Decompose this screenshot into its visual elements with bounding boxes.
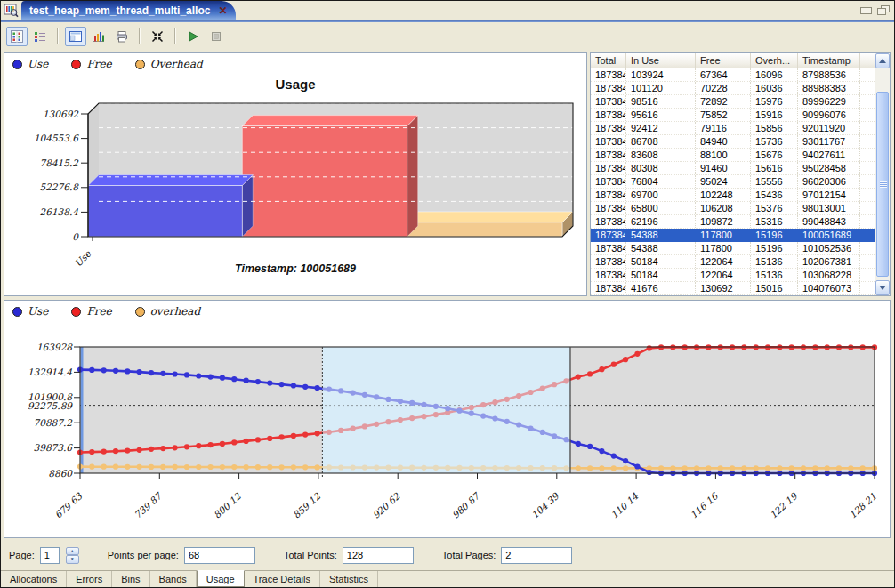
list-view-icon[interactable] <box>29 27 51 46</box>
table-cell: 67364 <box>696 68 751 81</box>
legend-item: Free <box>71 305 111 318</box>
tab-bands[interactable]: Bands <box>150 571 197 587</box>
spinner-up-icon[interactable]: ▲ <box>66 547 79 556</box>
close-icon[interactable]: ✕ <box>218 5 227 16</box>
editor-tab[interactable]: test_heap_mem_thread_multi_alloc ✕ <box>21 1 236 20</box>
table-row[interactable]: 187384621961098721531699048843 <box>591 215 875 229</box>
scrollbar-thumb[interactable] <box>876 92 889 277</box>
table-row[interactable]: 187384697001022481543697012154 <box>591 189 875 202</box>
table-cell: 99048843 <box>798 215 860 228</box>
table-row-selected[interactable]: 1873845438811780015196100051689 <box>591 229 875 242</box>
page-input[interactable] <box>40 547 60 564</box>
print-icon[interactable] <box>111 27 133 46</box>
points-per-page-label: Points per page: <box>108 550 179 560</box>
table-row[interactable]: 1873844167613069215016104076073 <box>591 282 875 295</box>
spinner-down-icon[interactable]: ▼ <box>66 555 79 564</box>
table-row[interactable]: 1873845018412206415136102067381 <box>591 255 875 269</box>
table-row[interactable]: 18738480308914601561695028458 <box>591 162 875 175</box>
svg-text:78415.2: 78415.2 <box>40 157 80 168</box>
fit-window-icon[interactable] <box>147 27 168 46</box>
use-legend-dot <box>12 60 22 69</box>
table-cell: 15376 <box>751 202 798 214</box>
table-cell: 84940 <box>696 135 751 148</box>
tab-allocations[interactable]: Allocations <box>1 571 67 587</box>
table-row[interactable]: 18738476804950241555696020306 <box>591 175 875 189</box>
column-header-overh[interactable]: Overh... <box>751 53 798 68</box>
table-cell: 50184 <box>626 269 696 281</box>
table-row[interactable]: 187384658001062081537698013001 <box>591 202 875 215</box>
restore-icon[interactable] <box>876 4 889 15</box>
table-row[interactable]: 18738483608881001567694027611 <box>591 149 875 162</box>
table-cell: 101052536 <box>798 242 860 254</box>
table-cell: 187384 <box>591 229 626 241</box>
scroll-up-icon[interactable] <box>875 53 890 68</box>
tab-usage[interactable]: Usage <box>197 570 245 587</box>
tab-statistics[interactable]: Statistics <box>320 571 378 587</box>
table-cell: 87988536 <box>798 68 860 81</box>
bar-chart-legend: UseFreeOverhead <box>12 58 203 70</box>
table-cell: 95616 <box>626 109 696 121</box>
points-per-page-input[interactable] <box>184 547 255 564</box>
table-row[interactable]: 1873845438811780015196101052536 <box>591 242 875 255</box>
table-cell: 122064 <box>696 269 751 281</box>
tab-trace-details[interactable]: Trace Details <box>245 571 320 587</box>
table-cell: 72892 <box>696 95 751 108</box>
tab-bins[interactable]: Bins <box>112 571 149 587</box>
legend-label: Overhead <box>150 58 203 70</box>
table-cell: 98013001 <box>798 202 860 214</box>
table-row[interactable]: 18738492412791161585692011920 <box>591 122 875 135</box>
gallery-view-icon[interactable] <box>6 27 28 46</box>
column-header-in-use[interactable]: In Use <box>626 53 696 68</box>
editor-tab-label: test_heap_mem_thread_multi_alloc <box>29 4 210 17</box>
bar-overhead <box>407 222 562 237</box>
table-cell: 187384 <box>591 149 626 161</box>
table-cell: 94027611 <box>798 149 860 161</box>
svg-text:679 63: 679 63 <box>52 490 85 520</box>
table-cell: 65800 <box>626 202 696 214</box>
table-cell: 15736 <box>751 135 798 148</box>
table-cell: 187384 <box>591 122 626 134</box>
table-cell: 15196 <box>751 242 798 254</box>
table-cell: 187384 <box>591 269 626 281</box>
tab-errors[interactable]: Errors <box>67 571 112 587</box>
table-cell: 90996076 <box>798 109 860 121</box>
svg-text:800 12: 800 12 <box>212 490 244 520</box>
svg-text:Use: Use <box>72 247 93 269</box>
usage-table: TotalIn UseFreeOverh...Timestamp18738410… <box>591 53 875 295</box>
legend-label: Use <box>28 305 48 318</box>
overhead-legend-dot <box>135 60 145 69</box>
table-scrollbar[interactable] <box>875 53 890 295</box>
table-cell: 130692 <box>696 282 751 294</box>
column-header-total[interactable]: Total <box>591 53 626 68</box>
table-row[interactable]: 18738495616758521591690996076 <box>591 109 875 122</box>
column-header-timestamp[interactable]: Timestamp <box>798 53 860 68</box>
table-row[interactable]: 187384101120702281603688988383 <box>591 82 875 95</box>
page-label: Page: <box>9 550 35 560</box>
reference-line-label: 92275.89 <box>28 400 73 411</box>
line-chart-legend: UseFreeoverhead <box>12 305 200 318</box>
table-cell: 187384 <box>591 68 626 81</box>
table-cell: 106208 <box>696 202 751 214</box>
usage-line-chart[interactable]: 886039873.670887.2101900.8132914.4163928… <box>4 301 890 537</box>
table-row[interactable]: 187384103924673641609687988536 <box>591 68 875 82</box>
table-cell: 101120 <box>626 82 696 94</box>
table-cell: 15676 <box>751 149 798 161</box>
bar-chart-icon[interactable] <box>88 27 109 46</box>
svg-text:122 19: 122 19 <box>768 490 800 520</box>
table-cell: 54388 <box>626 242 696 254</box>
table-cell: 69700 <box>626 189 696 201</box>
timestamp-annotation: Timestamp: 100051689 <box>235 262 356 275</box>
minimize-icon[interactable] <box>859 4 872 15</box>
column-header-free[interactable]: Free <box>696 53 751 68</box>
svg-text:739 87: 739 87 <box>132 490 164 520</box>
svg-text:39873.6: 39873.6 <box>34 442 74 453</box>
scroll-down-icon[interactable] <box>875 280 890 295</box>
table-row[interactable]: 1873845018412206415136103068228 <box>591 269 875 282</box>
svg-text:70887.2: 70887.2 <box>34 417 74 428</box>
table-row[interactable]: 18738498516728921597689996229 <box>591 95 875 109</box>
editor-layout-icon[interactable] <box>65 27 86 46</box>
run-icon[interactable] <box>182 27 204 46</box>
table-cell: 62196 <box>626 215 696 228</box>
table-cell: 187384 <box>591 202 626 214</box>
table-row[interactable]: 18738486708849401573693011767 <box>591 135 875 149</box>
